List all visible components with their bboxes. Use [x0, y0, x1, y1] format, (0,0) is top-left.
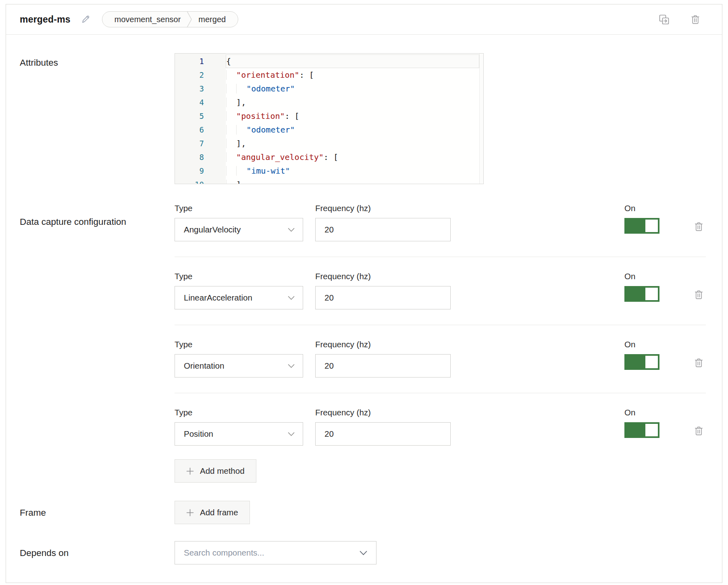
line-number: 5: [175, 109, 226, 123]
frequency-input[interactable]: [315, 422, 451, 446]
data-capture-row: Type Position Frequency (hz) On: [175, 393, 706, 446]
code-lines: 1{2 "orientation": [3 "odometer"4 ],5 "p…: [175, 54, 483, 184]
add-frame-label: Add frame: [200, 508, 238, 517]
code-line: 4 ],: [175, 95, 483, 109]
depends-on-placeholder: Search components...: [184, 548, 264, 558]
line-number: 8: [175, 150, 226, 164]
code-line: 8 "angular_velocity": [: [175, 150, 483, 164]
depends-on-label: Depends on: [20, 546, 175, 560]
line-number: 3: [175, 82, 226, 95]
trash-icon: [694, 357, 703, 368]
code-line: 9 "imu-wit": [175, 164, 483, 178]
component-card: merged-ms movement_sensor merged: [6, 4, 722, 583]
frequency-label: Frequency (hz): [315, 340, 451, 351]
plus-icon: [186, 509, 194, 517]
line-number: 6: [175, 123, 226, 137]
trash-icon: [694, 425, 703, 436]
data-capture-row: Type AngularVelocity Frequency (hz): [175, 203, 706, 257]
delete-method-button[interactable]: [694, 221, 703, 232]
data-capture-row: Type LinearAcceleration Frequency (hz): [175, 257, 706, 325]
code-line: 3 "odometer": [175, 82, 483, 95]
toggle-knob: [645, 288, 658, 300]
data-capture-section: Data capture configuration Type AngularV…: [6, 203, 722, 483]
rename-button[interactable]: [80, 14, 91, 25]
toggle-knob: [645, 220, 658, 232]
delete-method-button[interactable]: [694, 425, 703, 436]
type-label: Type: [175, 340, 303, 351]
line-number: 1: [175, 54, 226, 68]
component-header: merged-ms movement_sensor merged: [6, 4, 722, 35]
data-capture-row: Type Orientation Frequency (hz): [175, 325, 706, 393]
chevron-down-icon: [288, 296, 295, 300]
frequency-input[interactable]: [315, 218, 451, 241]
frame-section: Frame Add frame: [6, 501, 722, 524]
add-frame-button[interactable]: Add frame: [175, 501, 250, 524]
frequency-label: Frequency (hz): [315, 408, 451, 419]
depends-on-select[interactable]: Search components...: [175, 541, 376, 564]
code-line: 1{: [175, 54, 483, 68]
add-method-label: Add method: [200, 466, 245, 476]
type-select[interactable]: Position: [175, 422, 303, 446]
type-label: Type: [175, 408, 303, 419]
breadcrumb-model: merged: [198, 15, 226, 24]
code-line: 10 ],: [175, 178, 483, 184]
delete-component-button[interactable]: [691, 14, 700, 25]
component-name: merged-ms: [20, 14, 71, 25]
frequency-input[interactable]: [315, 286, 451, 309]
duplicate-button[interactable]: [659, 14, 670, 25]
pencil-icon: [80, 14, 91, 25]
chevron-down-icon: [288, 432, 295, 436]
breadcrumb: movement_sensor merged: [102, 11, 238, 27]
type-select-value: LinearAcceleration: [184, 293, 252, 303]
delete-method-button[interactable]: [694, 289, 703, 300]
frequency-label: Frequency (hz): [315, 203, 451, 214]
toggle-knob: [645, 424, 658, 436]
on-label: On: [624, 408, 659, 419]
code-line: 5 "position": [: [175, 109, 483, 123]
depends-on-section: Depends on Search components...: [6, 541, 722, 564]
on-label: On: [624, 340, 659, 351]
code-line: 7 ],: [175, 137, 483, 150]
type-select[interactable]: LinearAcceleration: [175, 286, 303, 309]
line-number: 7: [175, 137, 226, 150]
line-number: 2: [175, 68, 226, 82]
line-number: 4: [175, 95, 226, 109]
type-select-value: Orientation: [184, 361, 224, 371]
type-select[interactable]: Orientation: [175, 354, 303, 378]
trash-icon: [691, 14, 700, 25]
toggle-knob: [645, 356, 658, 368]
plus-icon: [186, 467, 194, 475]
line-number: 9: [175, 164, 226, 178]
delete-method-button[interactable]: [694, 357, 703, 368]
breadcrumb-type: movement_sensor: [114, 15, 181, 24]
chevron-down-icon: [288, 228, 295, 232]
capture-toggle[interactable]: [624, 286, 659, 302]
add-method-button[interactable]: Add method: [175, 459, 256, 483]
type-label: Type: [175, 203, 303, 214]
data-capture-label: Data capture configuration: [20, 214, 175, 483]
code-line: 2 "orientation": [: [175, 68, 483, 82]
chevron-right-icon: [187, 11, 192, 27]
trash-icon: [694, 221, 703, 232]
chevron-down-icon: [288, 364, 295, 368]
capture-toggle[interactable]: [624, 422, 659, 438]
chevron-down-icon: [360, 551, 367, 556]
frequency-input[interactable]: [315, 354, 451, 378]
attributes-json-editor[interactable]: 1{2 "orientation": [3 "odometer"4 ],5 "p…: [175, 53, 484, 184]
attributes-section: Attributes 1{2 "orientation": [3 "odomet…: [6, 53, 722, 184]
on-label: On: [624, 272, 659, 282]
type-select-value: AngularVelocity: [184, 225, 241, 234]
code-line: 6 "odometer": [175, 123, 483, 137]
frame-label: Frame: [20, 505, 175, 520]
type-select-value: Position: [184, 429, 213, 439]
trash-icon: [694, 289, 703, 300]
attributes-label: Attributes: [20, 55, 175, 184]
on-label: On: [624, 203, 659, 214]
line-number: 10: [175, 178, 226, 184]
type-label: Type: [175, 272, 303, 282]
capture-toggle[interactable]: [624, 354, 659, 370]
capture-toggle[interactable]: [624, 218, 659, 234]
frequency-label: Frequency (hz): [315, 272, 451, 282]
type-select[interactable]: AngularVelocity: [175, 218, 303, 241]
duplicate-icon: [659, 14, 670, 25]
